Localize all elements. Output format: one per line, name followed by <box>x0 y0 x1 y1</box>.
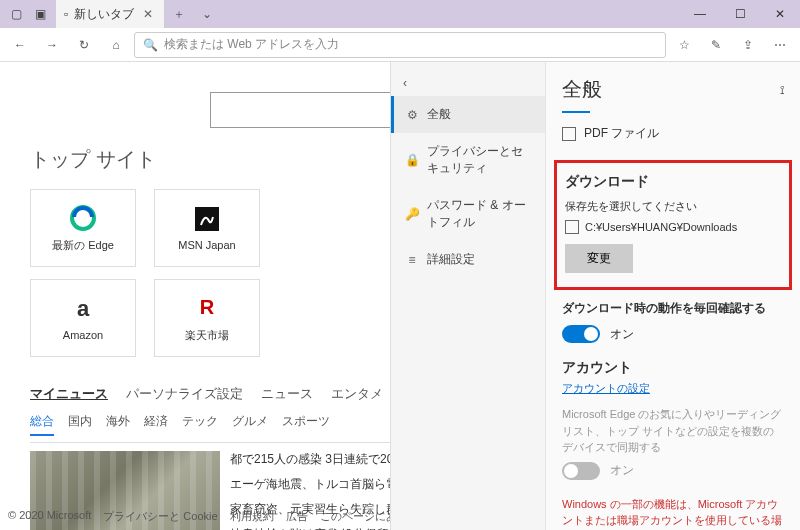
pane-title: 全般 <box>562 76 602 103</box>
nav-label: パスワード & オートフィル <box>427 197 531 231</box>
news-tab-entertainment[interactable]: エンタメ <box>331 385 383 403</box>
close-tab-icon[interactable]: ✕ <box>140 7 156 21</box>
news-cat[interactable]: 経済 <box>144 413 168 436</box>
pin-icon[interactable]: ⟟ <box>780 83 784 97</box>
tile-label: 最新の Edge <box>52 238 114 253</box>
edge-icon <box>69 204 97 232</box>
sliders-icon: ≡ <box>405 253 419 267</box>
folder-icon <box>565 220 579 234</box>
tile-label: MSN Japan <box>178 239 235 251</box>
more-button[interactable]: ⋯ <box>766 31 794 59</box>
footer-link[interactable]: 利用規約 <box>230 509 274 524</box>
forward-button[interactable]: → <box>38 31 66 59</box>
news-cat[interactable]: スポーツ <box>282 413 330 436</box>
footer-link[interactable]: 広告 <box>286 509 308 524</box>
settings-nav-general[interactable]: ⚙ 全般 <box>391 96 545 133</box>
notes-button[interactable]: ✎ <box>702 31 730 59</box>
download-path: C:¥Users¥HUANG¥Downloads <box>585 221 737 233</box>
key-icon: 🔑 <box>405 207 419 221</box>
back-button[interactable]: ← <box>6 31 34 59</box>
news-cat[interactable]: テック <box>182 413 218 436</box>
nav-label: 全般 <box>427 106 451 123</box>
url-input[interactable]: 🔍 検索または Web アドレスを入力 <box>134 32 666 58</box>
gear-icon: ⚙ <box>405 108 419 122</box>
news-cat[interactable]: 国内 <box>68 413 92 436</box>
sync-toggle[interactable] <box>562 462 600 480</box>
title-underline <box>562 111 590 113</box>
confirm-download-toggle[interactable] <box>562 325 600 343</box>
home-button[interactable]: ⌂ <box>102 31 130 59</box>
window-close-button[interactable]: ✕ <box>760 0 800 28</box>
news-tab-news[interactable]: ニュース <box>261 385 313 403</box>
amazon-icon: a <box>69 295 97 323</box>
account-heading: アカウント <box>562 359 784 377</box>
download-heading: ダウンロード <box>565 173 781 191</box>
browser-tab[interactable]: ▫ 新しいタブ ✕ <box>56 0 165 28</box>
nav-label: 詳細設定 <box>427 251 475 268</box>
rakuten-icon: R <box>193 294 221 322</box>
tile-label: 楽天市場 <box>185 328 229 343</box>
account-settings-link[interactable]: アカウントの設定 <box>562 381 784 396</box>
news-cat[interactable]: 総合 <box>30 413 54 436</box>
window-minimize-button[interactable]: — <box>680 0 720 28</box>
settings-pane-general: 全般 ⟟ PDF ファイル ダウンロード 保存先を選択してください C:¥Use… <box>545 62 800 530</box>
toggle-off-label: オン <box>610 462 634 479</box>
page-footer: © 2020 Microsoft プライバシーと Cookie 利用規約 広告 … <box>8 509 452 524</box>
page-icon: ▫ <box>64 7 68 21</box>
news-tab-mynews[interactable]: マイニュース <box>30 385 108 403</box>
search-icon: 🔍 <box>143 38 158 52</box>
top-site-tile[interactable]: a Amazon <box>30 279 136 357</box>
refresh-button[interactable]: ↻ <box>70 31 98 59</box>
titlebar: ▢ ▣ ▫ 新しいタブ ✕ ＋ ⌄ — ☐ ✕ <box>0 0 800 28</box>
sync-description: Microsoft Edge のお気に入りやリーディング リスト、トップ サイト… <box>562 406 784 456</box>
tab-preview-icon[interactable]: ▣ <box>28 0 52 28</box>
download-choose-label: 保存先を選択してください <box>565 199 781 214</box>
footer-link[interactable]: プライバシーと Cookie <box>103 509 217 524</box>
pdf-label: PDF ファイル <box>584 125 659 142</box>
settings-back-button[interactable]: ‹ <box>391 70 545 96</box>
copyright: © 2020 Microsoft <box>8 509 91 524</box>
news-headline[interactable]: 岐阜地検も賭け麻雀 処分保留 <box>230 526 400 530</box>
settings-nav-advanced[interactable]: ≡ 詳細設定 <box>391 241 545 278</box>
news-cat[interactable]: グルメ <box>232 413 268 436</box>
url-placeholder: 検索または Web アドレスを入力 <box>164 36 339 53</box>
window-maximize-button[interactable]: ☐ <box>720 0 760 28</box>
tab-menu-chevron-icon[interactable]: ⌄ <box>193 0 221 28</box>
new-tab-button[interactable]: ＋ <box>165 0 193 28</box>
nav-label: プライバシーとセキュリティ <box>427 143 531 177</box>
address-bar: ← → ↻ ⌂ 🔍 検索または Web アドレスを入力 ☆ ✎ ⇪ ⋯ <box>0 28 800 62</box>
news-cat[interactable]: 海外 <box>106 413 130 436</box>
favorites-button[interactable]: ☆ <box>670 31 698 59</box>
tab-aside-icon[interactable]: ▢ <box>4 0 28 28</box>
change-download-folder-button[interactable]: 変更 <box>565 244 633 273</box>
pdf-checkbox[interactable] <box>562 127 576 141</box>
top-site-tile[interactable]: 最新の Edge <box>30 189 136 267</box>
msn-icon <box>193 205 221 233</box>
settings-nav-privacy[interactable]: 🔒 プライバシーとセキュリティ <box>391 133 545 187</box>
top-site-tile[interactable]: R 楽天市場 <box>154 279 260 357</box>
news-headline[interactable]: エーゲ海地震、トルコ首脳ら電 <box>230 476 400 493</box>
confirm-each-download-label: ダウンロード時の動作を毎回確認する <box>562 300 784 317</box>
download-section-highlight: ダウンロード 保存先を選択してください C:¥Users¥HUANG¥Downl… <box>554 160 792 290</box>
top-site-tile[interactable]: MSN Japan <box>154 189 260 267</box>
settings-nav: ‹ ⚙ 全般 🔒 プライバシーとセキュリティ 🔑 パスワード & オートフィル … <box>390 62 545 530</box>
news-headline[interactable]: 都で215人の感染 3日連続で200 <box>230 451 400 468</box>
share-button[interactable]: ⇪ <box>734 31 762 59</box>
toggle-on-label: オン <box>610 326 634 343</box>
tab-title: 新しいタブ <box>74 6 134 23</box>
settings-nav-passwords[interactable]: 🔑 パスワード & オートフィル <box>391 187 545 241</box>
account-warning: Windows の一部の機能は、Microsoft アカウントまたは職場アカウン… <box>562 496 784 531</box>
tile-label: Amazon <box>63 329 103 341</box>
news-tab-personalize[interactable]: パーソナライズ設定 <box>126 385 243 403</box>
lock-icon: 🔒 <box>405 153 419 167</box>
